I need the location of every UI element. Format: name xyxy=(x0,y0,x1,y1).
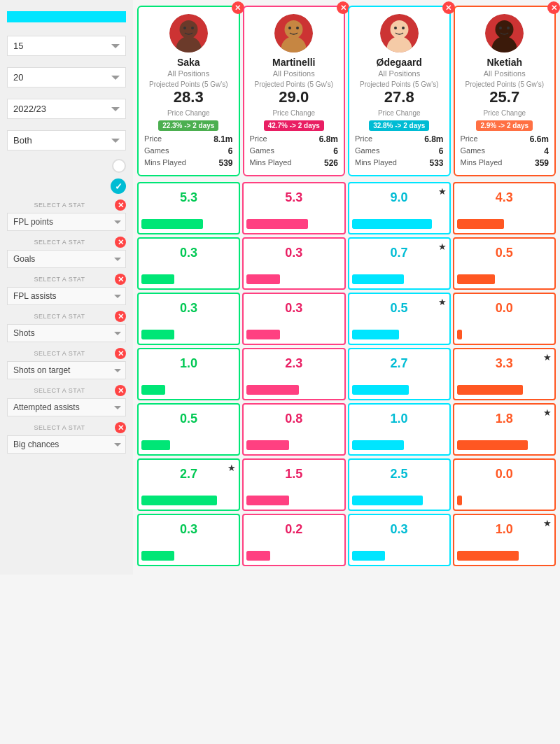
proj-value-0: 28.3 xyxy=(144,88,233,106)
stat-bar-1-3 xyxy=(457,274,495,284)
select-a-stat-label-5: SELECT A STAT xyxy=(7,387,112,394)
stat-box-3-1: 2.3 xyxy=(242,348,345,400)
stat-value-6-3: 1.0 xyxy=(457,519,552,537)
stat-value-1-3: 0.5 xyxy=(457,243,552,260)
stat-cell-1-3: 0.5 xyxy=(453,237,556,290)
stat-select-5[interactable]: Attempted assists xyxy=(7,398,126,416)
remove-stat-3[interactable]: ✕ xyxy=(115,311,126,322)
stat-bar-container-2-2 xyxy=(352,330,447,339)
stat-row-5: ★ 2.7 1.5 2.5 xyxy=(137,458,556,511)
stat-value-5-3: 0.0 xyxy=(457,464,552,482)
stat-bar-5-0 xyxy=(141,496,217,505)
stat-select-6[interactable]: Big chances xyxy=(7,435,126,454)
svg-point-3 xyxy=(183,27,186,29)
remove-stat-5[interactable]: ✕ xyxy=(115,385,126,396)
remove-stat-1[interactable]: ✕ xyxy=(115,237,126,248)
stat-value-4-1: 0.8 xyxy=(246,409,341,426)
stat-bar-4-1 xyxy=(246,440,289,450)
stat-box-2-1: 0.3 xyxy=(242,293,345,345)
stat-cell-2-0: 0.3 xyxy=(137,293,240,345)
price-change-label-1: Price Change xyxy=(250,109,339,117)
stat-box-5-3: 0.0 xyxy=(453,458,556,511)
stat-box-6-2: 0.3 xyxy=(348,514,451,566)
stat-cell-4-1: 0.8 xyxy=(242,403,345,456)
close-player-0[interactable]: ✕ xyxy=(232,1,244,14)
ending-gw-select[interactable]: 20 xyxy=(7,67,126,87)
mins-label-2: Mins Played xyxy=(355,158,397,168)
stat-bar-6-1 xyxy=(246,551,270,561)
stat-box-3-0: 1.0 xyxy=(137,348,240,400)
stat-bar-2-3 xyxy=(457,330,462,339)
show-avg-toggle[interactable] xyxy=(111,178,126,194)
stat-bar-container-3-0 xyxy=(141,385,236,395)
stat-select-4[interactable]: Shots on target xyxy=(7,361,126,379)
stat-select-1[interactable]: Goals xyxy=(7,250,126,268)
stat-box-1-3: 0.5 xyxy=(453,237,556,290)
main-layout: 15 20 2022/23 Both SELECT xyxy=(0,0,560,575)
stat-box-3-2: 2.7 xyxy=(348,348,451,400)
stat-value-3-1: 2.3 xyxy=(246,353,341,371)
stat-box-2-0: 0.3 xyxy=(137,293,240,345)
stat-header-row-3: SELECT A STAT ✕ xyxy=(7,311,126,322)
player-card-wrapper-3: ✕ Nketiah All Positions Projected Points… xyxy=(454,6,556,176)
svg-point-4 xyxy=(191,27,194,29)
remove-stat-6[interactable]: ✕ xyxy=(115,422,126,433)
stat-bar-container-0-1 xyxy=(246,219,341,229)
reset-button[interactable] xyxy=(7,11,126,22)
stat-value-1-0: 0.3 xyxy=(141,243,236,260)
stat-cell-4-2: 1.0 xyxy=(348,403,451,456)
remove-stat-0[interactable]: ✕ xyxy=(115,199,126,211)
season-select[interactable]: 2022/23 xyxy=(7,99,126,119)
proj-value-2: 27.8 xyxy=(355,88,444,106)
stat-value-2-3: 0.0 xyxy=(457,298,552,316)
stat-bar-container-0-3 xyxy=(457,219,552,229)
star-badge-0-2: ★ xyxy=(438,186,447,197)
price-change-badge-2: 32.8% -> 2 days xyxy=(369,120,429,131)
stat-bar-3-3 xyxy=(457,385,524,395)
stat-value-3-0: 1.0 xyxy=(141,353,236,371)
show-avg-row xyxy=(7,178,126,194)
stat-box-0-1: 5.3 xyxy=(242,182,345,234)
close-player-2[interactable]: ✕ xyxy=(442,1,455,14)
player-position-2: All Positions xyxy=(355,69,444,78)
stat-cell-5-3: 0.0 xyxy=(453,458,556,511)
mins-row-0: Mins Played 539 xyxy=(144,158,233,168)
remove-stat-4[interactable]: ✕ xyxy=(115,348,126,359)
select-a-stat-label-0: SELECT A STAT xyxy=(7,202,112,209)
stat-bar-0-3 xyxy=(457,219,505,229)
starting-gw-select[interactable]: 15 xyxy=(7,36,126,56)
stat-select-3[interactable]: Shots xyxy=(7,324,126,342)
stat-bar-container-4-1 xyxy=(246,440,341,450)
stat-bar-6-0 xyxy=(141,551,174,561)
price-change-badge-0: 22.3% -> 2 days xyxy=(158,120,218,131)
close-player-3[interactable]: ✕ xyxy=(547,1,560,14)
player-card-nketiah: ✕ Nketiah All Positions Projected Points… xyxy=(454,6,556,176)
stat-box-6-0: 0.3 xyxy=(137,514,240,566)
stat-select-2[interactable]: FPL assists xyxy=(7,287,126,305)
stat-value-2-2: 0.5 xyxy=(352,298,447,316)
stat-value-6-0: 0.3 xyxy=(141,519,236,537)
stat-value-5-0: 2.7 xyxy=(141,464,236,482)
mins-row-1: Mins Played 526 xyxy=(250,158,339,168)
show-totals-toggle[interactable] xyxy=(112,159,126,173)
right-panel: ✕ Saka All Positions Projected Points (5… xyxy=(133,0,560,575)
proj-value-1: 29.0 xyxy=(250,88,339,106)
stat-value-6-2: 0.3 xyxy=(352,519,447,537)
stat-bar-6-2 xyxy=(352,551,385,561)
stat-select-0[interactable]: FPL points xyxy=(7,213,126,231)
player-position-1: All Positions xyxy=(250,69,339,78)
stat-selector-block-2: SELECT A STAT ✕ FPL assists xyxy=(7,274,126,305)
stat-box-0-3: 4.3 xyxy=(453,182,556,234)
remove-stat-2[interactable]: ✕ xyxy=(115,274,126,285)
stat-bar-container-5-3 xyxy=(457,496,552,505)
games-label-3: Games xyxy=(461,146,485,156)
games-row-2: Games 6 xyxy=(355,146,444,156)
svg-point-9 xyxy=(296,27,299,29)
price-change-label-2: Price Change xyxy=(355,109,444,117)
stat-value-0-3: 4.3 xyxy=(457,188,552,205)
stat-cell-4-3: ★ 1.8 xyxy=(453,403,556,456)
stat-cell-1-1: 0.3 xyxy=(242,237,345,290)
mins-row-2: Mins Played 533 xyxy=(355,158,444,168)
home-away-select[interactable]: Both xyxy=(7,130,126,150)
star-badge-3-3: ★ xyxy=(543,352,552,363)
